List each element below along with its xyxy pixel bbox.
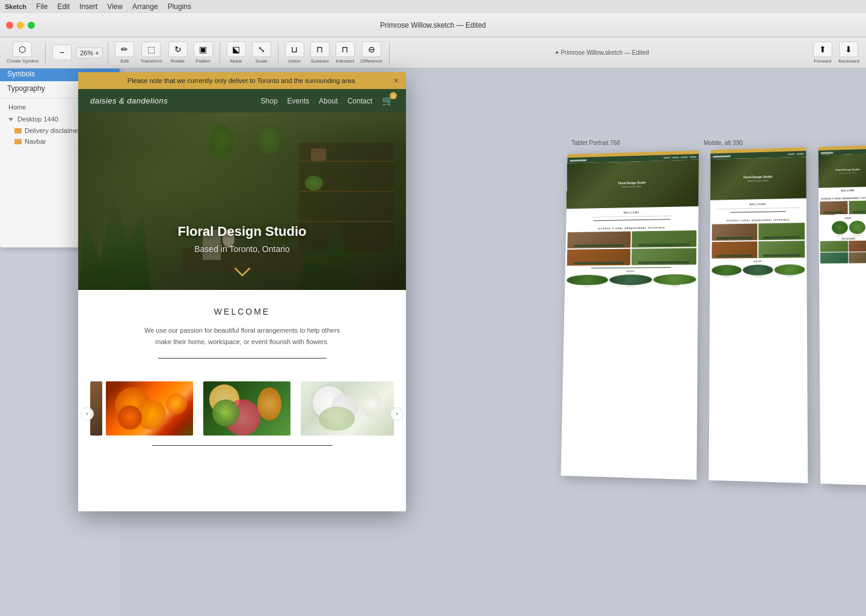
mini-site-desktop: Floral Design Studio Based in Toronto, O… [565,150,699,287]
hero-title: Floral Design Studio [78,224,406,239]
edit-icon[interactable]: ✏ [115,42,134,57]
backward-icon[interactable]: ⬇ [839,42,858,57]
toolbar-group-subtract[interactable]: ⊓ Subtract [310,42,330,64]
mini-tablet-hero-title: Floral Design Studio [743,174,772,179]
announcement-close-button[interactable]: × [394,76,399,85]
transform-label: Transform [140,58,162,64]
toolbar-group-edit[interactable]: ✏ Edit [115,42,134,64]
hero-scroll-arrow[interactable] [233,266,251,281]
toolbar-group-minus[interactable]: − [52,45,72,61]
menu-item-arrange[interactable]: Arrange [132,2,158,11]
site-logo[interactable]: daisies & dandelions [90,96,168,105]
mini-mobile-hero-title: Floral Design Studio [836,167,860,171]
mini-tablet-logo [713,155,730,158]
carousel-track [90,381,394,436]
zoom-display[interactable]: 26% + [76,48,103,58]
intersect-label: Intersect [336,58,354,64]
cart-icon-wrap[interactable]: 🛒 0 [382,95,394,106]
mini-tablet-grid [710,223,807,259]
nav-link-events[interactable]: Events [287,97,310,105]
nav-link-about[interactable]: About [319,97,337,105]
difference-icon[interactable]: ⊖ [362,42,381,57]
create-symbol-label: Create Symbol [7,58,38,64]
toolbar-group-mask[interactable]: ⬕ Mask [227,42,246,64]
mini-nav-links [663,156,696,158]
toolbar-group-backward[interactable]: ⬇ Backward [838,42,859,64]
carousel-item-orange [106,381,193,436]
mini-divider-1 [594,219,670,221]
preview-mobile-content: Floral Design Studio Based in Toronto, O… [818,145,866,485]
preview-desktop: Floral Design Studio Based in Toronto, O… [561,150,699,479]
union-icon[interactable]: ⊔ [285,42,304,57]
toolbar-group-flatten[interactable]: ▣ Flatten [194,42,213,64]
carousel-next-button[interactable]: › [390,407,404,420]
menu-item-plugins[interactable]: Plugins [168,2,191,11]
scale-icon[interactable]: ⤡ [252,42,271,57]
nav-link-shop[interactable]: Shop [261,97,278,105]
rotate-icon[interactable]: ↻ [168,42,188,57]
mini-tablet-shop-label-1: Product Title [711,276,742,277]
toolbar-group-scale[interactable]: ⤡ Scale [252,42,271,64]
hero-section: Floral Design Studio Based in Toronto, O… [78,112,406,290]
toolbar-group-forward[interactable]: ⬆ Forward [813,42,832,64]
mini-grid-item-3 [567,249,631,266]
mini-shop-img-1 [567,274,609,285]
mini-tablet-grid-2 [758,223,805,240]
mini-mobile-hero-sub: Based in Toronto, Ontario [839,172,856,174]
mini-tablet-shop-img-3 [774,264,805,275]
mini-mobile-insta-3 [820,252,849,263]
mini-mobile-welcome-title: WELCOME [820,189,866,192]
mini-tablet-grid-btn-3 [716,254,753,257]
sketch-title-bar: Primrose Willow.sketch — Edited [0,13,866,37]
mini-mobile-btn-1 [824,211,843,214]
close-button[interactable] [6,22,13,29]
mini-tablet-shop: SHOP [710,260,807,263]
mini-nav-link-3 [681,156,688,158]
toolbar-group-rotate[interactable]: ↻ Rotate [168,42,188,64]
nav-link-contact[interactable]: Contact [348,97,372,105]
toolbar-group-create-symbol[interactable]: ⬡ Create Symbol [7,42,38,64]
zoom-plus-icon[interactable]: + [95,49,99,57]
create-symbol-icon[interactable]: ⬡ [13,42,32,57]
menu-item-insert[interactable]: Insert [79,2,97,11]
toolbar-group-union[interactable]: ⊔ Union [285,42,304,64]
mini-tablet-divider [731,211,785,212]
toolbar-group-difference[interactable]: ⊖ Difference [361,42,382,64]
mask-label: Mask [230,58,242,64]
minimize-button[interactable] [17,22,24,29]
menu-item-sketch[interactable]: Sketch [5,3,26,10]
menu-item-edit[interactable]: Edit [57,2,70,11]
mini-mobile-insta-4 [849,252,866,263]
mini-shop-label-3: Product Title [653,285,696,286]
mini-tablet-shop-1: Product Title [711,265,742,277]
preview-tablet: Floral Design Studio Based in Toronto, O… [709,147,808,483]
transform-icon[interactable]: ⬚ [141,42,161,57]
carousel-item-white [301,381,394,436]
mini-welcome-text: We use our passion for beautiful floral … [568,215,696,219]
toolbar-group-transform[interactable]: ⬚ Transform [140,42,162,64]
subtract-icon[interactable]: ⊓ [310,42,330,57]
maximize-button[interactable] [28,22,35,29]
menu-item-view[interactable]: View [107,2,123,11]
chevron-left-icon: ‹ [86,410,88,417]
flatten-icon[interactable]: ▣ [194,42,213,57]
subtract-label: Subtract [311,58,329,64]
mini-tablet-shop-3: Product Title [774,264,805,277]
toolbar-separator-4 [278,42,278,64]
hero-subtitle: Based in Toronto, Ontario [78,244,406,254]
mini-tablet-welcome-text: We use our passion for beautiful floral … [713,206,804,210]
mini-shop-item-2: Product Title [609,274,652,287]
zoom-out-icon[interactable]: − [52,45,72,60]
carousel-prev-button[interactable]: ‹ [81,407,94,420]
forward-icon[interactable]: ⬆ [813,42,832,57]
mini-shop-item-1: Product Title [567,274,609,287]
sketch-preview-panels: Floral Design Studio Based in Toronto, O… [561,145,866,485]
label-tablet: Tablet Portrait 768 [571,140,620,146]
toolbar-group-intersect[interactable]: ⊓ Intersect [336,42,355,64]
mini-grid-item-1 [567,232,630,248]
mask-icon[interactable]: ⬕ [227,42,246,57]
menu-item-file[interactable]: File [36,2,48,11]
intersect-icon[interactable]: ⊓ [336,42,355,57]
mini-mobile-grid-2 [849,200,866,214]
mini-grid-btn-1 [574,244,624,247]
